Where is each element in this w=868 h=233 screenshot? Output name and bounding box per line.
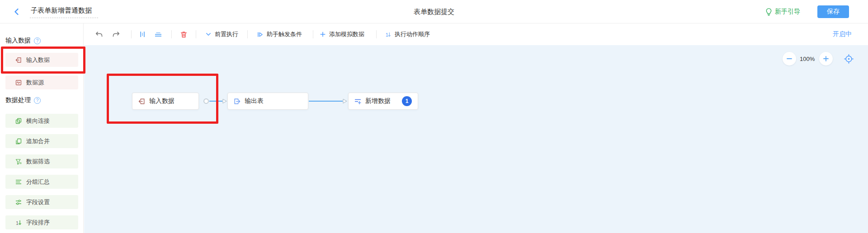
delete-button[interactable]	[180, 31, 188, 38]
trash-icon	[180, 31, 188, 38]
align-horizontal-icon	[139, 31, 146, 38]
data-filter-icon	[15, 158, 22, 165]
align-horizontal-button[interactable]	[139, 31, 146, 38]
center-title: 表单数据提交	[414, 0, 454, 23]
datasource-icon	[15, 79, 22, 86]
plus-icon	[823, 56, 829, 62]
node-label: 新增数据	[365, 97, 391, 105]
toolbar-divider	[196, 30, 196, 38]
input-data-icon	[138, 98, 146, 105]
guide-label: 新手引导	[775, 8, 800, 16]
fit-view-button[interactable]	[843, 53, 854, 66]
sidebar-item-input-data[interactable]: 输入数据	[5, 53, 78, 67]
input-data-icon	[15, 56, 22, 64]
zoom-level: 100%	[800, 56, 815, 62]
add-mock-data-label: 添加模拟数据	[329, 30, 364, 38]
sidebar-item-append-merge[interactable]: 追加合并	[5, 134, 78, 148]
assistant-trigger-button[interactable]: 助手触发条件	[257, 30, 302, 38]
flow-connector	[309, 101, 343, 102]
sidebar-item-field-settings[interactable]: 字段设置	[5, 195, 78, 209]
arrowhead-icon	[342, 98, 348, 104]
item-label: 数据筛选	[26, 158, 50, 166]
plus-icon	[320, 31, 326, 37]
chevron-left-icon	[13, 8, 21, 16]
item-label: 数据源	[26, 79, 44, 87]
execution-order-icon: 1	[385, 31, 392, 38]
item-label: 追加合并	[26, 137, 50, 145]
undo-button[interactable]	[95, 31, 103, 38]
back-button[interactable]	[13, 8, 21, 16]
sidebar-item-field-sort[interactable]: 1 字段排序	[5, 215, 78, 229]
chevron-down-icon	[205, 31, 212, 37]
arrowhead-icon	[222, 98, 228, 104]
node-add-data[interactable]: 新增数据 1	[348, 93, 418, 110]
toolbar-divider	[376, 30, 377, 38]
sidebar-item-horizontal-join[interactable]: 横向连接	[5, 114, 78, 128]
topbar: 子表单新增普通数据 表单数据提交 新手引导 保存	[0, 0, 868, 23]
page-title[interactable]: 子表单新增普通数据	[30, 5, 98, 18]
field-settings-icon	[15, 199, 22, 206]
toolbar-divider	[131, 30, 132, 38]
node-output-table[interactable]: 输出表	[227, 93, 308, 110]
toolbar-divider	[313, 30, 313, 38]
align-vertical-icon	[154, 31, 162, 38]
trigger-condition-icon	[257, 31, 264, 38]
node-count-badge[interactable]: 1	[402, 96, 412, 106]
node-label: 输入数据	[149, 97, 175, 105]
action-order-label: 执行动作顺序	[395, 30, 430, 38]
toolbar-divider	[171, 30, 172, 38]
assistant-trigger-label: 助手触发条件	[267, 30, 302, 38]
flow-canvas[interactable]: 100% 输入数据 输出表	[84, 45, 868, 233]
crosshair-icon	[843, 53, 854, 65]
sidebar-item-datasource[interactable]: 数据源	[5, 75, 78, 89]
item-label: 字段排序	[26, 219, 50, 227]
zoom-in-button[interactable]	[819, 52, 833, 65]
undo-icon	[95, 31, 103, 38]
item-label: 分组汇总	[26, 178, 50, 186]
help-icon[interactable]: ?	[34, 37, 41, 44]
help-icon[interactable]: ?	[34, 97, 41, 104]
output-port[interactable]	[203, 98, 209, 104]
item-label: 字段设置	[26, 198, 50, 206]
pre-execute-button[interactable]: 前置执行	[205, 30, 238, 38]
pre-execute-label: 前置执行	[215, 30, 238, 38]
output-table-icon	[233, 98, 241, 105]
horizontal-join-icon	[15, 117, 22, 125]
sidebar-item-group-summary[interactable]: 分组汇总	[5, 175, 78, 189]
svg-text:1: 1	[16, 220, 19, 225]
node-input-data[interactable]: 输入数据	[132, 93, 199, 110]
append-merge-icon	[15, 138, 22, 145]
save-button[interactable]: 保存	[817, 5, 849, 18]
redo-icon	[112, 31, 120, 38]
add-mock-data-button[interactable]: 添加模拟数据	[320, 30, 364, 38]
flow-toolbar: 前置执行 助手触发条件 添加模拟数据 1 执行动作顺序 开启中	[84, 23, 868, 45]
minus-icon	[786, 56, 793, 62]
svg-text:1: 1	[386, 32, 388, 37]
beginner-guide-link[interactable]: 新手引导	[765, 8, 800, 16]
align-vertical-button[interactable]	[154, 31, 162, 38]
lightbulb-icon	[765, 8, 772, 16]
field-sort-icon: 1	[15, 219, 22, 226]
section-header-data-processing: 数据处理 ?	[5, 96, 41, 104]
sidebar: 输入数据 ? 输入数据 数据源 数据处理 ? 横向连接 追加合并	[0, 23, 84, 233]
flow-connector	[209, 101, 222, 102]
item-label: 输入数据	[26, 56, 50, 64]
toolbar-divider	[247, 30, 248, 38]
item-label: 横向连接	[26, 117, 50, 125]
add-data-icon	[354, 98, 362, 105]
sidebar-item-data-filter[interactable]: 数据筛选	[5, 154, 78, 168]
redo-button[interactable]	[112, 31, 120, 38]
section-header-input-data: 输入数据 ?	[5, 37, 41, 45]
action-order-button[interactable]: 1 执行动作顺序	[385, 30, 430, 38]
zoom-out-button[interactable]	[783, 52, 796, 65]
section-title: 输入数据	[5, 37, 31, 45]
node-label: 输出表	[245, 97, 264, 105]
section-title: 数据处理	[5, 96, 31, 104]
status-toggle[interactable]: 开启中	[833, 30, 852, 38]
group-summary-icon	[15, 178, 22, 186]
